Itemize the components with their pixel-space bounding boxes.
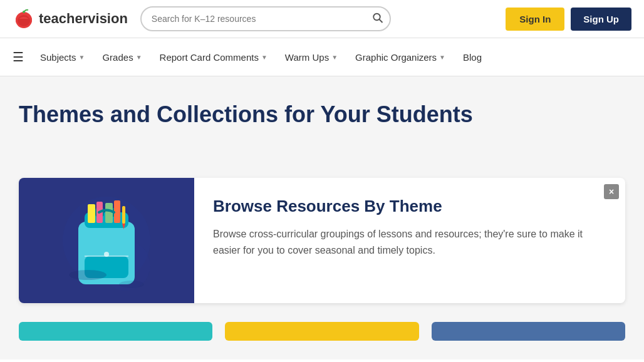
svg-rect-19 [122, 206, 125, 224]
apple-logo-icon [13, 8, 35, 30]
featured-card: Browse Resources By Theme Browse cross-c… [19, 178, 625, 303]
featured-card-title: Browse Resources By Theme [213, 197, 606, 216]
nav-item-graphic-organizers[interactable]: Graphic Organizers ▼ [346, 41, 454, 74]
featured-image [19, 178, 194, 303]
card-thumb-2[interactable] [225, 322, 418, 341]
auth-buttons: Sign In Sign Up [506, 8, 631, 31]
nav-item-report-card[interactable]: Report Card Comments ▼ [151, 41, 276, 74]
nav-item-grades[interactable]: Grades ▼ [93, 41, 150, 74]
chevron-down-icon: ▼ [439, 54, 445, 61]
featured-card-description: Browse cross-curricular groupings of les… [213, 226, 606, 258]
signin-button[interactable]: Sign In [506, 8, 564, 31]
svg-rect-15 [88, 204, 95, 223]
close-button[interactable]: × [604, 184, 619, 199]
page-title: Themes and Collections for Your Students [19, 101, 625, 128]
site-header: teachervision Sign In Sign Up [0, 0, 644, 38]
search-icon [372, 13, 383, 24]
main-content: Browse Resources By Theme Browse cross-c… [0, 159, 644, 359]
svg-point-4 [373, 14, 380, 21]
hamburger-icon: ☰ [13, 50, 24, 64]
cards-row [19, 322, 625, 341]
search-button[interactable] [372, 13, 383, 26]
logo-text: teachervision [39, 11, 128, 27]
nav-item-subjects[interactable]: Subjects ▼ [31, 41, 93, 74]
nav-item-warm-ups[interactable]: Warm Ups ▼ [276, 41, 346, 74]
svg-point-2 [18, 15, 30, 26]
chevron-down-icon: ▼ [136, 54, 142, 61]
search-input[interactable] [140, 6, 391, 31]
featured-card-content: Browse Resources By Theme Browse cross-c… [194, 178, 625, 303]
svg-point-21 [69, 270, 106, 280]
svg-point-22 [119, 281, 144, 288]
card-thumb-3[interactable] [432, 322, 625, 341]
svg-line-5 [379, 19, 382, 23]
backpack-illustration [56, 184, 157, 297]
logo-link[interactable]: teachervision [13, 8, 128, 30]
main-nav: ☰ Subjects ▼ Grades ▼ Report Card Commen… [0, 38, 644, 76]
chevron-down-icon: ▼ [79, 54, 85, 61]
search-container [140, 6, 391, 31]
signup-button[interactable]: Sign Up [571, 8, 631, 31]
svg-point-14 [104, 252, 109, 257]
chevron-down-icon: ▼ [261, 54, 267, 61]
card-thumb-1[interactable] [19, 322, 212, 341]
svg-rect-17 [105, 203, 113, 223]
hamburger-menu-button[interactable]: ☰ [13, 38, 31, 76]
svg-point-3 [23, 11, 25, 13]
hero-section: Themes and Collections for Your Students [0, 76, 644, 159]
chevron-down-icon: ▼ [331, 54, 338, 61]
nav-item-blog[interactable]: Blog [454, 41, 491, 74]
